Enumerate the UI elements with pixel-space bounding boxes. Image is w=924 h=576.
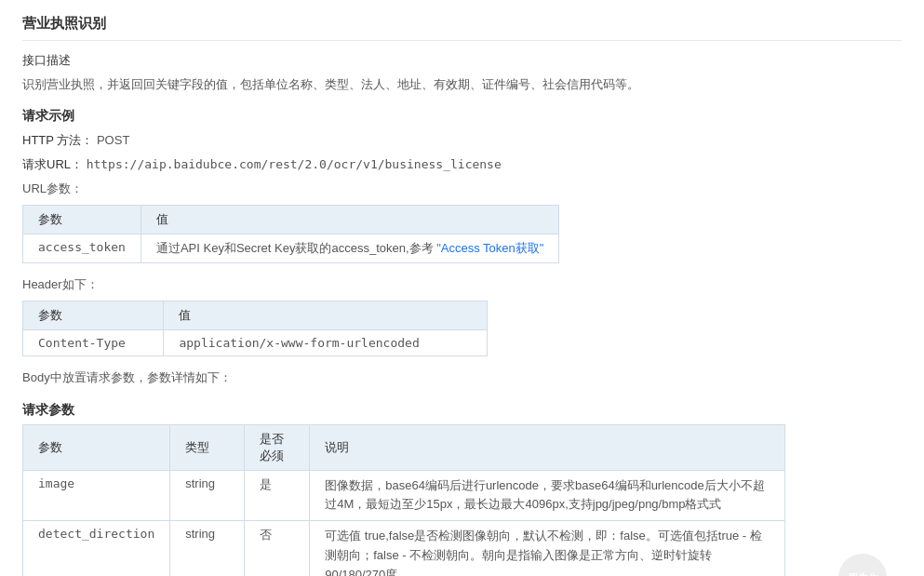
watermark: 周先生 周先生自留地 — [829, 554, 896, 576]
rp-type-detect: string — [170, 521, 245, 576]
rp-header-type: 类型 — [170, 424, 245, 470]
header-table: 参数 值 Content-Type application/x-www-form… — [22, 301, 488, 356]
rp-param-detect: detect_direction — [23, 521, 170, 576]
page-container: 营业执照识别 接口描述 识别营业执照，并返回回关键字段的值，包括单位名称、类型、… — [0, 0, 924, 576]
rp-header-desc: 说明 — [310, 424, 785, 470]
request-url-label: 请求URL： — [22, 157, 83, 171]
url-param-name: access_token — [23, 234, 141, 263]
header-table-wrapper: 参数 值 Content-Type application/x-www-form… — [22, 301, 902, 356]
request-params-heading: 请求参数 — [22, 402, 902, 419]
header-table-header-param: 参数 — [23, 301, 164, 330]
header-param-value: application/x-www-form-urlencoded — [164, 330, 488, 356]
interface-desc: 识别营业执照，并返回回关键字段的值，包括单位名称、类型、法人、地址、有效期、证件… — [22, 74, 902, 95]
rp-header-param: 参数 — [23, 424, 170, 470]
body-label: Body中放置请求参数，参数详情如下： — [22, 368, 902, 388]
rp-header-required: 是否必须 — [245, 424, 310, 470]
table-row: detect_direction string 否 可选值 true,false… — [23, 521, 785, 576]
header-table-header-value: 值 — [164, 301, 488, 330]
access-token-link[interactable]: "Access Token获取" — [436, 241, 543, 255]
http-method-label: HTTP 方法： — [22, 133, 93, 147]
watermark-circle: 周先生 — [838, 554, 887, 576]
rp-required-image: 是 — [245, 470, 310, 521]
url-param-value-prefix: 通过API Key和Secret Key获取的access_token,参考 — [156, 241, 434, 255]
rp-desc-detect: 可选值 true,false是否检测图像朝向，默认不检测，即：false。可选值… — [310, 521, 785, 576]
header-param-name: Content-Type — [23, 330, 164, 356]
request-params-table-wrapper: 参数 类型 是否必须 说明 image string 是 图像数据，base64… — [22, 424, 902, 576]
request-url-value: https://aip.baidubce.com/rest/2.0/ocr/v1… — [87, 157, 502, 171]
url-params-label: URL参数： — [22, 179, 902, 199]
url-table-header-value: 值 — [141, 206, 558, 234]
url-params-table: 参数 值 access_token 通过API Key和Secret Key获取… — [22, 205, 559, 263]
rp-type-image: string — [170, 470, 245, 521]
header-label: Header如下： — [22, 275, 902, 295]
request-url-row: 请求URL： https://aip.baidubce.com/rest/2.0… — [22, 154, 902, 175]
interface-label: 接口描述 — [22, 52, 902, 69]
page-title: 营业执照识别 — [22, 15, 902, 41]
url-table-header-param: 参数 — [23, 206, 141, 234]
http-method-row: HTTP 方法： POST — [22, 130, 902, 151]
table-row: access_token 通过API Key和Secret Key获取的acce… — [23, 234, 559, 263]
http-method-value: POST — [97, 133, 129, 147]
table-row: Content-Type application/x-www-form-urle… — [23, 330, 488, 356]
rp-required-detect: 否 — [245, 521, 310, 576]
url-param-value: 通过API Key和Secret Key获取的access_token,参考 "… — [141, 234, 558, 263]
request-params-table: 参数 类型 是否必须 说明 image string 是 图像数据，base64… — [22, 424, 785, 576]
rp-param-image: image — [23, 470, 170, 521]
rp-desc-image: 图像数据，base64编码后进行urlencode，要求base64编码和url… — [310, 470, 785, 521]
request-example-heading: 请求示例 — [22, 108, 902, 125]
url-params-table-wrapper: 参数 值 access_token 通过API Key和Secret Key获取… — [22, 205, 902, 263]
watermark-circle-text: 周先生 — [848, 571, 878, 576]
table-row: image string 是 图像数据，base64编码后进行urlencode… — [23, 470, 785, 521]
